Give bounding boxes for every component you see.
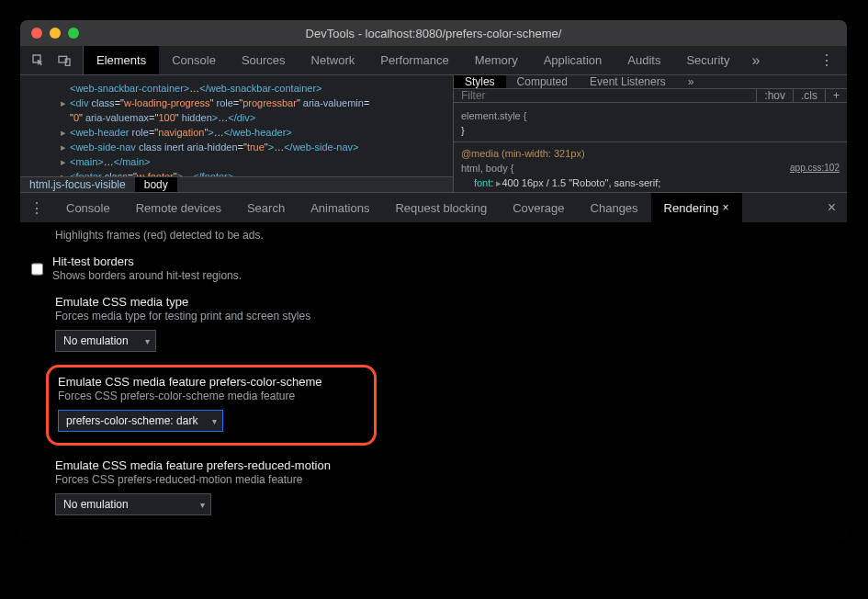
element-style-selector: element.style { bbox=[461, 110, 527, 121]
styles-tab-event-listeners[interactable]: Event Listeners bbox=[579, 75, 677, 88]
drawer-tab-console[interactable]: Console bbox=[53, 193, 123, 222]
drawer-tab-coverage[interactable]: Coverage bbox=[500, 193, 577, 222]
font-property[interactable]: font bbox=[474, 177, 490, 188]
drawer-tab-rendering[interactable]: Rendering× bbox=[651, 193, 742, 222]
close-window-button[interactable] bbox=[31, 28, 42, 39]
color-scheme-desc: Forces CSS prefers-color-scheme media fe… bbox=[58, 390, 365, 402]
minimize-window-button[interactable] bbox=[50, 28, 61, 39]
brace: } bbox=[461, 125, 465, 136]
media-type-title: Emulate CSS media type bbox=[55, 295, 836, 309]
media-type-select[interactable]: No emulation bbox=[55, 330, 156, 352]
inspect-icon[interactable] bbox=[31, 53, 46, 68]
window-title: DevTools - localhost:8080/prefers-color-… bbox=[20, 27, 847, 40]
cls-button[interactable]: .cls bbox=[793, 89, 825, 102]
breadcrumb-bar: html.js-focus-visible body bbox=[20, 176, 453, 192]
dom-node[interactable]: <web-snackbar-container>…</web-snackbar-… bbox=[28, 81, 445, 96]
new-style-rule-button[interactable]: + bbox=[825, 89, 847, 102]
styles-tab-styles[interactable]: Styles bbox=[454, 75, 506, 88]
device-toggle-icon[interactable] bbox=[57, 53, 72, 68]
reduced-motion-title: Emulate CSS media feature prefers-reduce… bbox=[55, 458, 836, 472]
drawer-tabs-bar: ⋮ ConsoleRemote devicesSearchAnimationsR… bbox=[20, 193, 847, 222]
styles-panel: StylesComputedEvent Listeners» :hov .cls… bbox=[453, 75, 847, 192]
main-tabs: ElementsConsoleSourcesNetworkPerformance… bbox=[84, 46, 742, 74]
toolbar-icons bbox=[20, 46, 84, 74]
drawer-menu-button[interactable]: ⋮ bbox=[20, 199, 53, 217]
tab-elements[interactable]: Elements bbox=[84, 46, 159, 74]
color-scheme-select[interactable]: prefers-color-scheme: dark bbox=[58, 410, 223, 432]
close-icon[interactable]: × bbox=[723, 201, 729, 214]
tab-application[interactable]: Application bbox=[531, 46, 615, 74]
dom-tree[interactable]: <web-snackbar-container>…</web-snackbar-… bbox=[20, 75, 453, 176]
reduced-motion-desc: Forces CSS prefers-reduced-motion media … bbox=[55, 473, 836, 486]
dom-node[interactable]: ▸<main>…</main> bbox=[28, 154, 445, 169]
tabs-overflow-button[interactable]: » bbox=[742, 52, 769, 69]
drawer: ⋮ ConsoleRemote devicesSearchAnimationsR… bbox=[20, 192, 847, 537]
color-scheme-highlight: Emulate CSS media feature prefers-color-… bbox=[46, 365, 377, 446]
rule-selector: html, body { bbox=[461, 163, 513, 174]
devtools-window: DevTools - localhost:8080/prefers-color-… bbox=[20, 20, 847, 537]
drawer-tab-remote-devices[interactable]: Remote devices bbox=[123, 193, 234, 222]
drawer-close-button[interactable]: × bbox=[817, 199, 847, 216]
source-link[interactable]: app.css:102 bbox=[790, 161, 840, 175]
reduced-motion-select[interactable]: No emulation bbox=[55, 493, 211, 515]
tab-security[interactable]: Security bbox=[673, 46, 742, 74]
tab-performance[interactable]: Performance bbox=[367, 46, 461, 74]
hit-test-title: Hit-test borders bbox=[52, 254, 242, 268]
hit-test-checkbox[interactable] bbox=[31, 256, 43, 282]
dom-node[interactable]: ▸<web-side-nav class inert aria-hidden="… bbox=[28, 140, 445, 154]
tab-network[interactable]: Network bbox=[299, 46, 368, 74]
devtools-menu-button[interactable]: ⋮ bbox=[806, 46, 847, 74]
titlebar: DevTools - localhost:8080/prefers-color-… bbox=[20, 20, 847, 46]
breadcrumb-html[interactable]: html.js-focus-visible bbox=[20, 177, 135, 192]
breadcrumb-body[interactable]: body bbox=[135, 177, 177, 192]
styles-filter-input[interactable] bbox=[454, 89, 756, 102]
tab-sources[interactable]: Sources bbox=[229, 46, 299, 74]
drawer-tab-animations[interactable]: Animations bbox=[298, 193, 382, 222]
ad-frames-desc: Highlights frames (red) detected to be a… bbox=[55, 229, 836, 242]
traffic-lights bbox=[31, 28, 79, 39]
media-query: @media (min-width: 321px) bbox=[461, 148, 585, 159]
tab-memory[interactable]: Memory bbox=[462, 46, 531, 74]
color-scheme-title: Emulate CSS media feature prefers-color-… bbox=[58, 375, 365, 389]
drawer-tab-request-blocking[interactable]: Request blocking bbox=[382, 193, 500, 222]
maximize-window-button[interactable] bbox=[68, 28, 79, 39]
rendering-panel: Highlights frames (red) detected to be a… bbox=[20, 222, 847, 537]
styles-tabs-overflow[interactable]: » bbox=[677, 75, 705, 88]
dom-node[interactable]: ▸<footer class="w-footer">…</footer> bbox=[28, 169, 445, 176]
elements-panel: <web-snackbar-container>…</web-snackbar-… bbox=[20, 75, 453, 192]
hov-button[interactable]: :hov bbox=[756, 89, 793, 102]
hit-test-desc: Shows borders around hit-test regions. bbox=[52, 269, 242, 282]
styles-tab-computed[interactable]: Computed bbox=[506, 75, 579, 88]
drawer-tab-search[interactable]: Search bbox=[234, 193, 298, 222]
tab-console[interactable]: Console bbox=[159, 46, 229, 74]
media-type-desc: Forces media type for testing print and … bbox=[55, 310, 836, 322]
tab-audits[interactable]: Audits bbox=[614, 46, 673, 74]
styles-tabs: StylesComputedEvent Listeners» bbox=[454, 75, 847, 89]
styles-filter-row: :hov .cls + bbox=[454, 89, 847, 103]
dom-node[interactable]: ▸<web-header role="navigation">…</web-he… bbox=[28, 125, 445, 140]
drawer-tab-changes[interactable]: Changes bbox=[578, 193, 651, 222]
dom-node[interactable]: ▸<div class="w-loading-progress" role="p… bbox=[28, 96, 445, 110]
main-panel: <web-snackbar-container>…</web-snackbar-… bbox=[20, 75, 847, 192]
main-toolbar: ElementsConsoleSourcesNetworkPerformance… bbox=[20, 46, 847, 75]
dom-node[interactable]: "0" aria-valuemax="100" hidden>…</div> bbox=[28, 110, 445, 125]
